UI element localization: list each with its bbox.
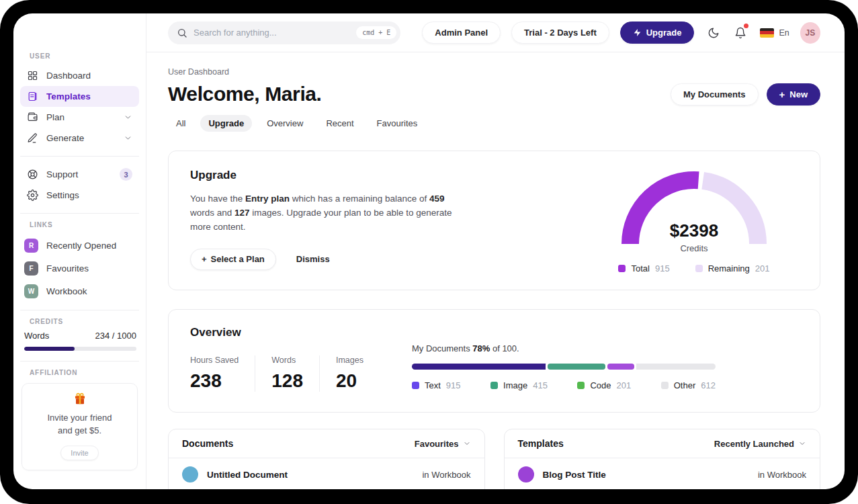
progress-percent: 78% xyxy=(472,343,490,353)
sidebar-link-recently-opened[interactable]: R Recently Opened xyxy=(20,234,139,257)
trial-status-button[interactable]: Trial - 2 Days Left xyxy=(511,22,609,44)
sidebar-divider xyxy=(20,156,139,157)
dashboard-grid-icon xyxy=(27,70,38,81)
template-title: Blog Post Title xyxy=(543,470,606,480)
sidebar-section-links: LINKS xyxy=(30,221,139,228)
document-title: Untitled Document xyxy=(207,470,288,480)
dismiss-button[interactable]: Dismiss xyxy=(296,254,330,264)
generate-pencil-icon xyxy=(27,132,38,144)
sidebar-item-dashboard[interactable]: Dashboard xyxy=(20,65,139,86)
gift-icon xyxy=(73,392,87,405)
overview-card-left: Overview Hours Saved 238 Words 128 xyxy=(190,326,380,392)
tab-all[interactable]: All xyxy=(168,115,194,132)
search-bar[interactable]: cmd + E xyxy=(168,22,400,44)
template-list-item[interactable]: Blog Post Title in Workbook xyxy=(505,458,820,489)
bar-segment-text xyxy=(412,364,546,370)
sidebar-section-user: USER xyxy=(30,52,139,60)
stat-hours-saved: Hours Saved 238 xyxy=(190,355,255,392)
invite-button[interactable]: Invite xyxy=(60,446,98,460)
other-swatch xyxy=(661,382,669,389)
sidebar-item-generate[interactable]: Generate xyxy=(20,128,139,149)
sidebar: USER Dashboard Templates Plan Generate xyxy=(13,13,146,489)
tab-favourites[interactable]: Favourites xyxy=(369,115,426,132)
new-button[interactable]: + New xyxy=(767,83,821,106)
stat-images: Images 20 xyxy=(319,355,380,392)
remaining-swatch xyxy=(695,265,703,272)
stats-row: Hours Saved 238 Words 128 Images 20 xyxy=(190,355,380,392)
document-avatar xyxy=(182,466,198,482)
notifications-button[interactable] xyxy=(732,24,749,42)
chevron-down-icon xyxy=(124,134,132,142)
tab-recent[interactable]: Recent xyxy=(318,115,361,132)
upgrade-card-body: You have the Entry plan which has a rema… xyxy=(190,192,467,235)
sidebar-link-workbook[interactable]: W Workbook xyxy=(20,280,139,302)
legend-item-text: Text 915 xyxy=(412,380,461,390)
language-label: En xyxy=(779,28,789,38)
content: User Dashboard Welcome, Maria. My Docume… xyxy=(146,52,845,489)
text-swatch xyxy=(412,382,419,389)
documents-card: Documents Favourites Untitled Document i… xyxy=(168,429,485,489)
progress-caption: My Documents 78% of 100. xyxy=(412,343,716,353)
my-documents-button[interactable]: My Documents xyxy=(671,83,758,106)
gauge-label: Credits xyxy=(620,243,768,253)
affiliation-card: Invite your friend and get $5. Invite xyxy=(22,383,138,470)
stacked-progress-bar xyxy=(412,364,716,370)
templates-filter-dropdown[interactable]: Recently Launched xyxy=(714,439,806,449)
support-lifebuoy-icon xyxy=(27,169,38,180)
sidebar-item-templates[interactable]: Templates xyxy=(20,86,139,107)
app-window: USER Dashboard Templates Plan Generate xyxy=(13,13,845,489)
sidebar-item-support[interactable]: Support 3 xyxy=(20,164,139,185)
link-initial-badge: W xyxy=(24,284,38,298)
new-button-label: New xyxy=(789,89,808,99)
link-label: Favourites xyxy=(46,263,89,274)
sidebar-item-label: Templates xyxy=(46,91,132,101)
credits-gauge: $2398 Credits Total 915 xyxy=(590,169,798,274)
upgrade-button-label: Upgrade xyxy=(646,28,682,38)
device-screen: USER Dashboard Templates Plan Generate xyxy=(0,0,858,504)
bar-segment-image xyxy=(548,364,605,370)
chevron-down-icon xyxy=(463,439,471,448)
template-avatar xyxy=(518,466,534,482)
remaining-images: 127 xyxy=(234,208,250,218)
templates-document-icon xyxy=(27,91,38,102)
document-list-item[interactable]: Untitled Document in Workbook xyxy=(169,458,484,489)
documents-filter-dropdown[interactable]: Favourites xyxy=(415,439,471,449)
search-input[interactable] xyxy=(194,28,350,38)
template-location: in Workbook xyxy=(758,470,806,480)
upgrade-button[interactable]: Upgrade xyxy=(620,22,695,44)
search-shortcut-badge: cmd + E xyxy=(356,26,396,39)
chevron-down-icon xyxy=(124,113,132,122)
credits-progress-fill xyxy=(24,347,75,351)
language-selector[interactable]: En xyxy=(760,28,789,38)
sidebar-item-label: Dashboard xyxy=(46,71,132,81)
plan-name: Entry plan xyxy=(245,194,290,204)
templates-card: Templates Recently Launched Blog Post Ti… xyxy=(504,429,821,489)
link-label: Recently Opened xyxy=(46,241,116,251)
admin-panel-button[interactable]: Admin Panel xyxy=(422,22,501,44)
dark-mode-toggle[interactable] xyxy=(705,24,722,42)
sidebar-divider xyxy=(20,310,139,310)
link-initial-badge: R xyxy=(24,239,38,253)
sidebar-item-label: Generate xyxy=(46,133,116,143)
tab-overview[interactable]: Overview xyxy=(259,115,311,132)
plan-wallet-icon xyxy=(27,112,38,123)
sidebar-item-settings[interactable]: Settings xyxy=(20,185,139,206)
topbar: cmd + E Admin Panel Trial - 2 Days Left … xyxy=(146,13,845,52)
legend-item-other: Other 612 xyxy=(661,380,716,390)
tab-upgrade[interactable]: Upgrade xyxy=(200,115,252,132)
select-plan-button[interactable]: + Select a Plan xyxy=(190,249,276,270)
bar-segment-other xyxy=(636,364,716,370)
user-avatar[interactable]: JS xyxy=(800,22,820,44)
affiliation-text-line2: and get $5. xyxy=(28,425,132,437)
sidebar-link-favourites[interactable]: F Favourites xyxy=(20,257,139,280)
credits-label: Words xyxy=(24,331,49,341)
page-title: Welcome, Maria. xyxy=(168,83,322,106)
image-swatch xyxy=(490,382,498,389)
link-label: Workbook xyxy=(46,286,87,296)
plus-icon: + xyxy=(202,254,207,264)
lightning-bolt-icon xyxy=(633,28,642,37)
overview-card-title: Overview xyxy=(190,326,380,339)
sidebar-item-plan[interactable]: Plan xyxy=(20,107,139,128)
remaining-words: 459 xyxy=(429,194,445,204)
documents-card-header: Documents Favourites xyxy=(169,429,484,458)
